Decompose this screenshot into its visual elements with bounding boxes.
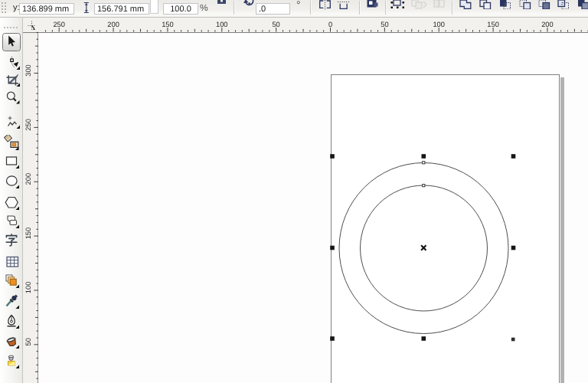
svg-text:50: 50 <box>381 21 388 28</box>
svg-text:50: 50 <box>272 21 279 28</box>
svg-text:100: 100 <box>24 282 32 294</box>
svg-text:250: 250 <box>53 21 65 28</box>
svg-text:150: 150 <box>24 228 32 240</box>
svg-text:200: 200 <box>107 21 119 28</box>
svg-text:300: 300 <box>24 64 32 77</box>
svg-text:100: 100 <box>433 21 445 28</box>
svg-text:100: 100 <box>216 21 228 28</box>
svg-text:250: 250 <box>24 119 32 131</box>
svg-text:150: 150 <box>487 21 499 28</box>
svg-text:50: 50 <box>24 338 32 345</box>
svg-text:200: 200 <box>24 173 32 185</box>
svg-text:0: 0 <box>328 21 332 28</box>
svg-text:150: 150 <box>162 21 174 28</box>
svg-text:200: 200 <box>541 21 554 28</box>
